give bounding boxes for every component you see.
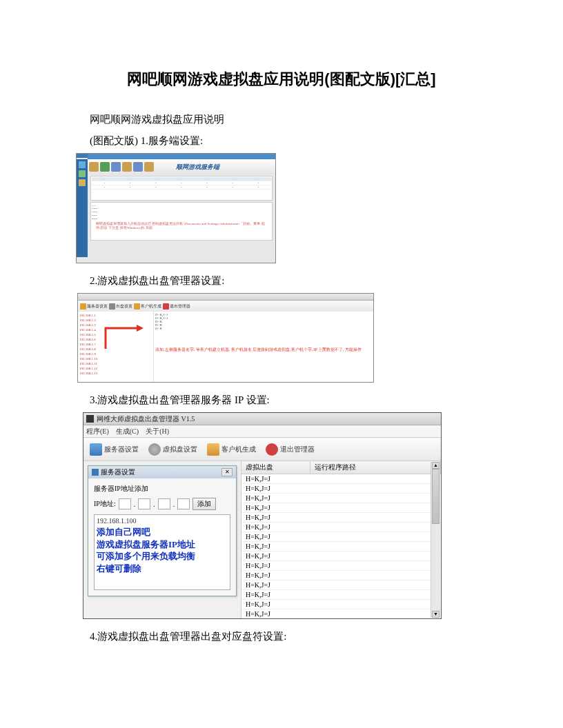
intro-line-1: 网吧顺网游戏虚拟盘应用说明 — [69, 110, 494, 129]
exit-button[interactable]: 退出管理器 — [262, 441, 318, 458]
tree-node[interactable]: 192.168.1.2 — [79, 318, 152, 323]
window-titlebar — [78, 294, 373, 301]
exit-button[interactable]: 退出管理器 — [163, 303, 190, 310]
ip-octet-input[interactable] — [138, 498, 150, 509]
toolbar: 服务器设置 出盘设置 客户机生成 退出管理器 — [78, 301, 373, 312]
app-icon — [86, 415, 94, 423]
col-vdisk[interactable]: 虚拟出盘 — [241, 461, 310, 474]
table-row[interactable]: H=K,J=J — [241, 503, 441, 513]
table-row[interactable]: H=K,J=J — [241, 542, 441, 552]
col-path[interactable]: 运行程序路径 — [310, 461, 441, 474]
toolbar-icon[interactable] — [111, 162, 121, 172]
client-gen-button[interactable]: 客户机生成 — [134, 303, 161, 310]
section-4-heading: 4.游戏虚拟盘出盘管理器出盘对应盘符设置: — [69, 627, 494, 646]
menu-bar: 程序(E) 生成(C) 关于(H) — [83, 425, 441, 438]
warning-note: 网吧虚拟盘管理器加入开机自动运行,否则虚拟盘无法开机 \Documents an… — [92, 221, 271, 232]
scroll-up-arrow-icon[interactable]: ▲ — [432, 462, 439, 469]
intro-line-2: (图配文版) 1.服务端设置: — [69, 132, 494, 150]
disk-mapping-table[interactable]: 虚拟出盘 运行程序路径 H=K,J=JH=K,J=JH=K,J=JH=K,J=J… — [241, 461, 441, 619]
server-settings-button[interactable]: 服务器设置 — [86, 441, 142, 458]
table-row[interactable]: H=K,J=J — [241, 484, 441, 494]
lower-data-grid[interactable]: ...... ------ ------ ------ ------ 网吧虚拟盘… — [90, 202, 273, 241]
upper-data-grid[interactable]: ....... ------- ------- — [90, 176, 273, 201]
toolbar: 顺网游戏服务端 — [88, 159, 275, 174]
tree-node[interactable]: 192.168.1.10 — [79, 356, 152, 361]
table-row[interactable]: H=K,J=J — [241, 532, 441, 542]
tree-node[interactable]: 192.168.1.9 — [79, 352, 152, 356]
table-row[interactable]: H=K,J=J — [241, 513, 441, 523]
table-row[interactable]: H=K,J=J — [241, 600, 441, 609]
table-row[interactable]: H=K,J=J — [241, 494, 441, 503]
server-icon — [90, 443, 102, 456]
ip-list-item[interactable]: 192.168.1.100 — [97, 517, 228, 525]
scroll-down-arrow-icon[interactable]: ▼ — [432, 611, 439, 618]
callout-arrow-icon — [102, 325, 144, 352]
list-item[interactable]: H=K — [155, 327, 372, 330]
client-gen-button[interactable]: 客户机生成 — [204, 441, 259, 458]
table-row[interactable]: H=K,J=J — [241, 609, 441, 619]
ip-octet-input[interactable] — [119, 498, 131, 509]
tree-node[interactable]: 192.168.1.13 — [79, 371, 152, 376]
ip-octet-input[interactable] — [158, 498, 170, 509]
table-header: 虚拟出盘 运行程序路径 — [241, 461, 441, 474]
add-button[interactable]: 添加 — [192, 498, 216, 510]
section-2-heading: 2.游戏虚拟盘出盘管理器设置: — [69, 272, 494, 290]
screenshot-server-settings: 顺网游戏服务端 ....... ------- ------- ...... -… — [76, 153, 276, 263]
toolbar-icon[interactable] — [133, 162, 143, 172]
toolbar-icon[interactable] — [144, 162, 154, 172]
dialog-title-text: 服务器设置 — [101, 467, 135, 477]
screenshot-disk-manager: 服务器设置 出盘设置 客户机生成 退出管理器 192.168.1.1 192.1… — [77, 293, 374, 383]
close-icon[interactable]: ✕ — [221, 468, 233, 476]
table-row[interactable]: H=K,J=J — [241, 552, 441, 561]
window-titlebar — [88, 154, 275, 159]
table-row[interactable]: H=K,J=J — [241, 571, 441, 580]
window-title-text: 网维大师虚拟盘出盘管理器 V1.5 — [97, 414, 195, 424]
tree-node[interactable]: 192.168.1.1 — [79, 313, 152, 318]
scroll-thumb[interactable] — [432, 469, 439, 524]
tree-node[interactable]: 192.168.1.11 — [79, 361, 152, 366]
help-text: 添加自己网吧 游戏虚拟盘服务器IP地址 可添加多个用来负载均衡 右键可删除 — [97, 526, 228, 574]
table-row[interactable]: H=K,J=J — [241, 474, 441, 484]
tree-node[interactable]: 192.168.1.12 — [79, 366, 152, 371]
toolbar-icon[interactable] — [122, 162, 132, 172]
ip-label: IP地址: — [94, 499, 116, 509]
toolbar-icon[interactable] — [100, 162, 110, 172]
desktop-taskbar-left — [77, 159, 88, 257]
disk-settings-button[interactable]: 出盘设置 — [109, 303, 132, 310]
ip-list[interactable]: 192.168.1.100 添加自己网吧 游戏虚拟盘服务器IP地址 可添加多个用… — [94, 514, 230, 590]
window-titlebar: 网维大师虚拟盘出盘管理器 V1.5 — [83, 413, 441, 425]
toolbar-icon[interactable] — [89, 162, 99, 172]
table-row[interactable]: H=K,J=J — [241, 590, 441, 600]
client-icon — [207, 443, 219, 456]
vdisk-settings-button[interactable]: 虚拟盘设置 — [145, 441, 201, 458]
exit-icon — [266, 443, 278, 456]
scrollbar[interactable]: ▲ ▼ — [431, 462, 440, 618]
table-row[interactable]: H=K,J=J — [241, 561, 441, 571]
dialog-titlebar: 服务器设置 ✕ — [88, 466, 236, 478]
callout-text: 添加,左侧服务器名字, 等客户机建立机器, 客户机接名 后连接到游戏虚拟盘,客户… — [155, 347, 362, 352]
page-title: 网吧顺网游戏虚拟盘应用说明(图配文版)[汇总] — [69, 69, 494, 90]
screenshot-ip-settings: 网维大师虚拟盘出盘管理器 V1.5 程序(E) 生成(C) 关于(H) 服务器设… — [83, 412, 442, 619]
section-3-heading: 3.游戏虚拟盘出盘管理器服务器 IP 设置: — [69, 391, 494, 410]
toolbar: 服务器设置 虚拟盘设置 客户机生成 退出管理器 — [83, 438, 441, 461]
app-banner: 顺网游戏服务端 — [155, 163, 219, 172]
menu-about[interactable]: 关于(H) — [146, 427, 169, 436]
table-row[interactable]: H=K,J=J — [241, 580, 441, 590]
gear-icon — [148, 443, 161, 456]
server-icon — [92, 469, 99, 476]
ip-octet-input[interactable] — [177, 498, 190, 509]
label-ip-add: 服务器IP地址添加 — [94, 484, 230, 494]
table-row[interactable]: H=K,J=J — [241, 523, 441, 532]
menu-program[interactable]: 程序(E) — [86, 427, 109, 436]
server-settings-dialog: 服务器设置 ✕ 服务器IP地址添加 IP地址: . . . 添加 — [88, 465, 237, 596]
menu-generate[interactable]: 生成(C) — [116, 427, 139, 436]
server-settings-button[interactable]: 服务器设置 — [80, 303, 108, 310]
